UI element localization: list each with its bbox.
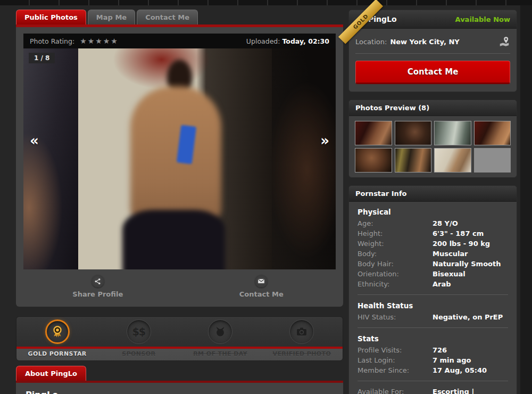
photo-actions-row: Share Profile Contact Me bbox=[16, 269, 343, 307]
photo-thumbnail[interactable] bbox=[434, 121, 471, 145]
section-heading-physical: Physical bbox=[358, 207, 508, 218]
photo-thumbnail[interactable] bbox=[355, 121, 392, 145]
photo-rating-stars[interactable]: ★★★★★ bbox=[80, 37, 119, 45]
envelope-icon bbox=[255, 275, 268, 288]
contact-me-action[interactable]: Contact Me bbox=[180, 275, 344, 298]
photos-preview-header: Photos Preview (8) bbox=[349, 100, 517, 116]
tab-contact-me[interactable]: Contact Me bbox=[137, 10, 198, 24]
photo-placeholder-left bbox=[23, 48, 78, 269]
photo-viewer-panel: Photo Rating: ★★★★★ Uploaded: Today, 02:… bbox=[16, 27, 343, 307]
tab-public-photos[interactable]: Public Photos bbox=[16, 10, 86, 24]
tab-map-me[interactable]: Map Me bbox=[88, 10, 135, 24]
badge-label: GOLD PORNSTAR bbox=[28, 350, 87, 357]
location-row: Location: New York City, NY bbox=[349, 29, 517, 53]
page-gutter bbox=[520, 5, 532, 394]
photo-placeholder-right bbox=[272, 48, 336, 269]
divider bbox=[358, 327, 508, 328]
badge-label: SPONSOR bbox=[122, 350, 155, 357]
photos-preview-title: Photos Preview (8) bbox=[355, 104, 429, 112]
photo-thumbnail-placeholder[interactable] bbox=[474, 148, 511, 173]
info-row-last-login: Last Login:7 min ago bbox=[358, 355, 508, 365]
about-panel: PingLo bbox=[16, 383, 343, 394]
tab-about[interactable]: About PingLo bbox=[16, 366, 86, 381]
location-value: New York City, NY bbox=[390, 38, 459, 46]
profile-summary-card: GOLD PingLo Available Now Location: New … bbox=[348, 10, 517, 92]
uploaded-group: Uploaded: Today, 02:30 bbox=[246, 37, 329, 45]
divider bbox=[358, 294, 508, 295]
main-photo[interactable]: 1 / 8 « » bbox=[23, 48, 336, 269]
badge-sponsor[interactable]: $$ SPONSOR bbox=[98, 317, 179, 360]
photo-counter: 1 / 8 bbox=[29, 53, 55, 63]
pornstar-info-header: Pornstar Info bbox=[349, 186, 517, 202]
share-profile-button[interactable]: Share Profile bbox=[16, 275, 180, 298]
top-nav-edge bbox=[0, 0, 532, 5]
badge-rm-of-the-day[interactable]: RM OF THE DAY bbox=[180, 317, 261, 360]
photo-thumbnail[interactable] bbox=[395, 148, 432, 173]
photo-placeholder-figure bbox=[122, 210, 225, 269]
uploaded-value: Today, 02:30 bbox=[282, 37, 329, 45]
location-label: Location: bbox=[355, 38, 387, 46]
profile-body: Location: New York City, NY Contact Me bbox=[349, 29, 517, 84]
badge-verified-photo[interactable]: VERIFIED PHOTO bbox=[261, 317, 343, 360]
photo-placeholder-figure bbox=[130, 86, 221, 223]
info-row-weight: Weight:200 lbs - 90 kg bbox=[358, 239, 508, 249]
info-row-age: Age:28 Y/O bbox=[358, 218, 508, 228]
prev-photo-arrow[interactable]: « bbox=[30, 134, 39, 147]
photo-rating-label: Photo Rating: bbox=[30, 37, 74, 45]
badge-gold-pornstar[interactable]: GOLD PORNSTAR bbox=[16, 317, 98, 360]
pornstar-info-title: Pornstar Info bbox=[355, 190, 406, 198]
pornstar-info-card: Pornstar Info Physical Age:28 Y/O Height… bbox=[348, 185, 517, 394]
badge-label: RM OF THE DAY bbox=[193, 350, 247, 357]
contact-me-label: Contact Me bbox=[239, 290, 284, 298]
photo-rating-group: Photo Rating: ★★★★★ bbox=[30, 37, 119, 45]
pornstar-info-body: Physical Age:28 Y/O Height:6'3" - 187 cm… bbox=[349, 202, 517, 394]
thumbnail-grid bbox=[349, 116, 517, 177]
contact-me-button[interactable]: Contact Me bbox=[355, 61, 510, 84]
info-row-body-hair: Body Hair:Naturally Smooth bbox=[358, 259, 508, 269]
section-heading-stats: Stats bbox=[358, 333, 508, 345]
share-icon bbox=[92, 275, 104, 288]
badges-bar: GOLD PORNSTAR $$ SPONSOR RM OF THE DAY V… bbox=[16, 316, 343, 361]
info-row-orientation: Orientation:Bisexual bbox=[358, 269, 508, 279]
divider bbox=[358, 381, 508, 381]
next-photo-arrow[interactable]: » bbox=[320, 134, 329, 147]
photo-thumbnail[interactable] bbox=[395, 121, 432, 145]
divider bbox=[355, 53, 510, 54]
camera-icon bbox=[289, 319, 314, 344]
photo-thumbnail[interactable] bbox=[434, 148, 471, 173]
photo-placeholder-center bbox=[78, 48, 272, 269]
map-pin-icon[interactable] bbox=[498, 36, 510, 47]
gold-medal-icon bbox=[45, 319, 70, 344]
profile-tabs: Public Photos Map Me Contact Me bbox=[16, 10, 343, 24]
devil-icon bbox=[208, 319, 232, 344]
photo-thumbnail[interactable] bbox=[355, 148, 392, 173]
double-dollar-icon: $$ bbox=[127, 319, 151, 344]
info-row-member-since: Member Since:17 Aug, 05:40 bbox=[358, 365, 508, 375]
section-heading-health: Health Status bbox=[358, 300, 508, 312]
main-content-column: Public Photos Map Me Contact Me Photo Ra… bbox=[16, 10, 343, 394]
info-row-height: Height:6'3" - 187 cm bbox=[358, 228, 508, 239]
sidebar-column: GOLD PingLo Available Now Location: New … bbox=[348, 10, 517, 394]
badge-label: VERIFIED PHOTO bbox=[273, 350, 331, 357]
photo-header-bar: Photo Rating: ★★★★★ Uploaded: Today, 02:… bbox=[23, 34, 336, 48]
info-row-hiv-status: HIV Status:Negative, on PrEP bbox=[358, 312, 508, 322]
uploaded-label: Uploaded: bbox=[246, 37, 280, 45]
info-row-available-for: Available For:Escorting | Modeling | Ero… bbox=[358, 387, 508, 394]
availability-status: Available Now bbox=[455, 15, 510, 23]
photo-thumbnail[interactable] bbox=[474, 121, 511, 145]
info-row-profile-visits: Profile Visits:726 bbox=[358, 345, 508, 355]
share-profile-label: Share Profile bbox=[72, 290, 123, 298]
info-row-body: Body:Muscular bbox=[358, 249, 508, 259]
info-row-ethnicity: Ethnicity:Arab bbox=[358, 279, 508, 289]
photos-preview-card: Photos Preview (8) bbox=[348, 100, 517, 178]
about-heading: PingLo bbox=[26, 390, 334, 394]
